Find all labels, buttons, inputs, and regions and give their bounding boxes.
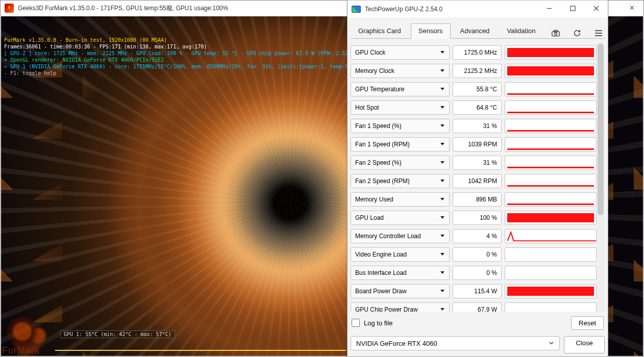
svg-marker-23: [440, 290, 444, 292]
gpuz-footer: NVIDIA GeForce RTX 4060 Close: [351, 336, 605, 353]
tab-sensors[interactable]: Sensors: [411, 23, 451, 39]
sensor-name: Video Engine Load: [355, 251, 407, 258]
sensor-name: Memory Used: [355, 196, 393, 203]
sensor-sparkline: [505, 64, 597, 78]
gpu-select-value: NVIDIA GeForce RTX 4060: [356, 340, 437, 347]
hamburger-icon[interactable]: [595, 29, 603, 39]
sensor-name-dropdown[interactable]: Fan 1 Speed (RPM): [351, 137, 450, 151]
sensor-value: 31 %: [453, 119, 502, 133]
sensor-sparkline: [505, 137, 597, 151]
sensor-row: GPU Load100 %: [351, 209, 597, 227]
sensor-value: 2125.2 MHz: [453, 64, 502, 78]
tab-graphics-card[interactable]: Graphics Card: [351, 23, 409, 39]
svg-rect-6: [554, 30, 557, 32]
sensor-value: 4 %: [453, 229, 502, 243]
sensor-sparkline: [505, 266, 597, 280]
sensor-name: GPU Temperature: [355, 86, 405, 93]
sensor-value: 1042 RPM: [453, 174, 502, 188]
sensor-name: GPU Clock: [355, 49, 385, 56]
sensor-row: Video Engine Load0 %: [351, 245, 597, 264]
sensor-name: Fan 1 Speed (%): [355, 122, 402, 130]
checkbox-box[interactable]: [352, 319, 360, 327]
svg-marker-16: [440, 161, 444, 164]
sensor-row: Fan 1 Speed (RPM)1039 RPM: [351, 135, 597, 154]
sensor-name-dropdown[interactable]: GPU Chip Power Draw: [351, 302, 450, 312]
chevron-down-icon: [440, 159, 445, 166]
gpuz-window[interactable]: TechPowerUp GPU-Z 2.54.0 Graphics Card S…: [347, 0, 608, 357]
furmark-icon: [5, 4, 14, 13]
tab-advanced[interactable]: Advanced: [453, 23, 498, 39]
sensor-name-dropdown[interactable]: Board Power Draw: [351, 284, 450, 298]
chevron-down-icon: [440, 233, 445, 240]
furmark-close-button[interactable]: ✕: [621, 1, 643, 15]
sensor-name-dropdown[interactable]: Memory Used: [351, 192, 450, 207]
sensor-name-dropdown[interactable]: Fan 2 Speed (%): [351, 156, 450, 170]
sensor-name: Board Power Draw: [355, 288, 407, 295]
chevron-down-icon: [440, 306, 445, 312]
temp-readout-label: GPU 1: 55°C (min: 42°C - max: 57°C): [60, 330, 175, 338]
sensor-name-dropdown[interactable]: Fan 2 Speed (RPM): [351, 174, 450, 188]
sensor-name-dropdown[interactable]: GPU Load: [351, 211, 450, 225]
sensor-name-dropdown[interactable]: Hot Spot: [351, 100, 450, 115]
tab-validation[interactable]: Validation: [499, 23, 543, 39]
screenshot-icon[interactable]: [552, 29, 560, 39]
sensor-value: 1039 RPM: [453, 137, 502, 151]
sensor-value: 1725.0 MHz: [453, 45, 502, 60]
close-app-button[interactable]: Close: [564, 336, 605, 353]
sensor-name-dropdown[interactable]: Memory Controller Load: [351, 229, 450, 243]
svg-marker-22: [440, 271, 444, 274]
sensor-scrollbar[interactable]: [597, 43, 605, 312]
svg-marker-13: [440, 106, 444, 109]
temp-readout-line: [55, 350, 346, 351]
sensor-name: Memory Controller Load: [355, 233, 421, 240]
svg-marker-17: [440, 180, 444, 182]
svg-marker-19: [440, 216, 444, 219]
svg-rect-1: [571, 6, 575, 11]
sensor-name: Memory Clock: [355, 67, 394, 74]
chevron-down-icon: [440, 104, 445, 111]
sensor-sparkline: [505, 284, 597, 298]
sensor-row: Fan 2 Speed (%)31 %: [351, 154, 597, 172]
sensor-value: 31 %: [453, 156, 502, 170]
sensor-name: Fan 1 Speed (RPM): [355, 141, 410, 148]
chevron-down-icon: [440, 67, 445, 74]
svg-marker-24: [440, 308, 444, 311]
sensor-name-dropdown[interactable]: Memory Clock: [351, 64, 450, 78]
sensor-name-dropdown[interactable]: GPU Temperature: [351, 82, 450, 96]
sensor-name-dropdown[interactable]: Fan 1 Speed (%): [351, 119, 450, 133]
sensor-row: Fan 2 Speed (RPM)1042 RPM: [351, 172, 597, 190]
furmark-logo: FurMark: [1, 315, 54, 356]
log-to-file-checkbox[interactable]: Log to file: [352, 319, 392, 327]
reset-button[interactable]: Reset: [571, 316, 604, 330]
scrollbar-thumb[interactable]: [598, 43, 604, 215]
refresh-icon[interactable]: [573, 29, 581, 39]
chevron-down-icon: [440, 122, 445, 130]
sensor-value: 55.8 °C: [453, 82, 502, 96]
sensor-name-dropdown[interactable]: Video Engine Load: [351, 247, 450, 262]
maximize-button[interactable]: [561, 1, 584, 16]
sensor-sparkline: [505, 192, 597, 207]
svg-marker-21: [440, 253, 444, 256]
gpu-select[interactable]: NVIDIA GeForce RTX 4060: [351, 336, 560, 350]
log-to-file-label: Log to file: [364, 319, 392, 327]
sensor-name-dropdown[interactable]: Bus Interface Load: [351, 266, 450, 280]
sensor-value: 0 %: [453, 266, 502, 280]
chevron-down-icon: [440, 177, 445, 185]
svg-marker-10: [440, 51, 444, 54]
sensor-name: GPU Chip Power Draw: [355, 306, 418, 312]
sensor-value: 100 %: [453, 211, 502, 225]
chevron-down-icon: [440, 141, 445, 148]
sensor-row: Memory Used896 MB: [351, 190, 597, 209]
sensor-sparkline: [505, 45, 597, 60]
close-button[interactable]: [584, 1, 608, 16]
minimize-button[interactable]: [537, 1, 561, 16]
sensor-row: Fan 1 Speed (%)31 %: [351, 117, 597, 135]
svg-marker-20: [440, 235, 444, 237]
furmark-temp-readout: GPU 1: 55°C (min: 42°C - max: 57°C): [55, 325, 346, 356]
sensor-scroll[interactable]: GPU Clock1725.0 MHzMemory Clock2125.2 MH…: [351, 43, 597, 312]
sensor-row: Hot Spot64.8 °C: [351, 98, 597, 117]
sensor-name-dropdown[interactable]: GPU Clock: [351, 45, 450, 60]
gpuz-titlebar[interactable]: TechPowerUp GPU-Z 2.54.0: [348, 1, 608, 17]
gpuz-title-text: TechPowerUp GPU-Z 2.54.0: [365, 6, 442, 13]
sensor-sparkline: [505, 82, 597, 96]
